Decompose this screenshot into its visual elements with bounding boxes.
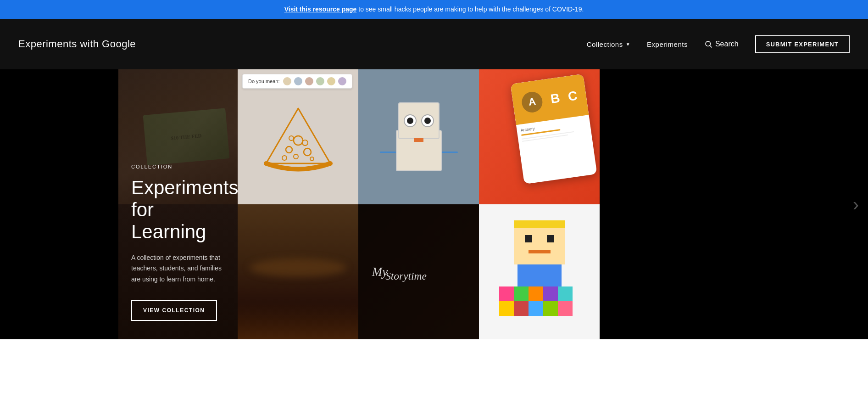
svg-rect-31 [529,301,543,316]
svg-rect-15 [536,220,543,228]
svg-point-2 [294,136,303,145]
search-nav-item[interactable]: Search [704,40,739,48]
svg-point-6 [302,140,308,146]
pizza-illustration [262,99,335,174]
svg-point-7 [289,136,294,140]
svg-line-1 [710,45,712,47]
svg-point-4 [304,148,311,156]
svg-text:Storytime: Storytime [385,270,427,282]
svg-point-8 [310,157,314,161]
svg-rect-12 [514,220,521,228]
svg-rect-32 [543,301,558,316]
suggestion-icon-4 [316,77,324,85]
svg-rect-28 [558,286,573,301]
svg-rect-13 [521,220,529,228]
resource-page-link[interactable]: Visit this resource page [284,6,357,13]
svg-rect-18 [558,220,565,228]
collection-description: A collection of experiments that teacher… [131,253,225,285]
suggestion-icons [283,77,346,85]
hero-text-overlay: COLLECTION Experiments for Learning A co… [118,69,238,339]
search-icon [704,40,712,48]
submit-experiment-button[interactable]: SUBMIT EXPERIMENT [755,35,850,53]
site-logo[interactable]: Experiments with Google [18,38,587,50]
main-nav: Collections ▼ Experiments Search SUBMIT … [587,35,850,53]
svg-rect-19 [514,228,565,264]
main-header: Experiments with Google Collections ▼ Ex… [0,19,868,69]
collection-badge: COLLECTION [131,164,225,169]
svg-rect-22 [529,250,551,253]
svg-rect-17 [551,220,558,228]
experiments-nav-item[interactable]: Experiments [647,40,688,48]
suggestion-icon-2 [294,77,302,85]
banner-text: to see small hacks people are making to … [356,6,584,13]
svg-point-0 [706,41,711,46]
chevron-down-icon: ▼ [626,42,630,47]
collection-title: Experiments for Learning [131,177,225,243]
tile-robot [358,69,479,204]
svg-rect-33 [558,301,573,316]
svg-rect-25 [514,286,529,301]
svg-rect-26 [529,286,543,301]
collections-nav-item[interactable]: Collections ▼ [587,40,630,48]
suggestion-icon-6 [338,77,346,85]
next-slide-arrow[interactable]: › [853,194,859,215]
svg-rect-14 [529,220,536,228]
hero-section: $10 THE FED Do you mean: [0,69,868,339]
tile-pizza: Do you mean: [238,69,358,204]
covid-banner: Visit this resource page to see small ha… [0,0,868,19]
svg-point-3 [286,146,292,153]
svg-point-9 [282,156,287,160]
suggestion-icon-3 [305,77,313,85]
pixel-art-display [479,204,600,339]
tile-abc: A B C Archery [479,69,600,204]
tile-storytime: My Storytime [358,204,479,339]
svg-rect-27 [543,286,558,301]
suggestion-icon-1 [283,77,291,85]
suggestion-icon-5 [327,77,335,85]
svg-rect-30 [514,301,529,316]
view-collection-button[interactable]: VIEW COLLECTION [131,300,217,321]
tile-pixel-art [479,204,600,339]
tile-mars [238,204,358,339]
storytime-text: My Storytime [358,254,479,290]
svg-rect-21 [547,235,554,242]
svg-rect-24 [499,286,514,301]
svg-rect-29 [499,301,514,316]
do-you-mean-bar: Do you mean: [242,74,352,89]
svg-rect-20 [525,235,532,242]
svg-rect-16 [543,220,551,228]
svg-point-5 [294,154,298,159]
